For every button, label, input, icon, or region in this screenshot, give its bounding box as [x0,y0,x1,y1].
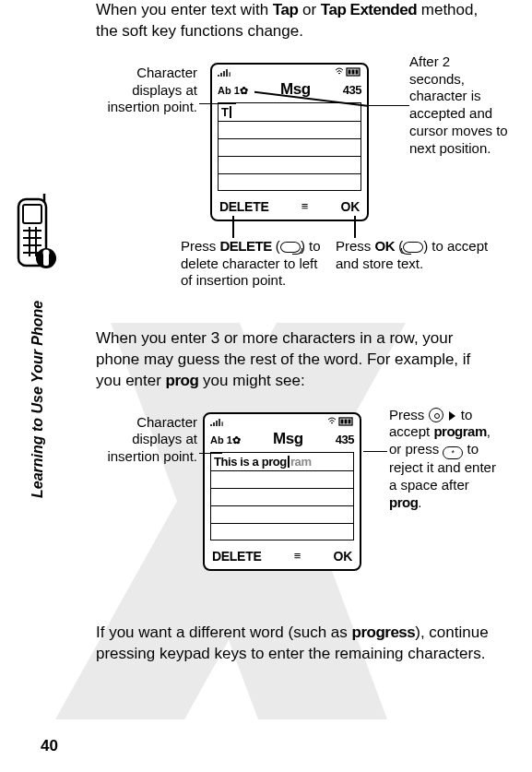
svg-rect-17 [349,69,351,74]
text: When you enter text with [96,1,273,18]
side-label: Learning to Use Your Phone [30,301,46,498]
entered-text: This is a program [214,455,312,469]
svg-rect-22 [341,419,344,423]
svg-text:i: i [229,70,231,77]
status-bar: i [212,65,367,78]
svg-text:i: i [221,420,223,427]
callout-insertion-point: Character displays at insertion point. [87,65,197,116]
status-icons [326,417,354,428]
text-area: T [218,102,361,191]
right-arrow-icon [449,411,455,421]
callout-cursor-moves: After 2 seconds, character is accepted a… [409,53,509,158]
softkey-bar: DELETE ≡ OK [205,546,360,569]
svg-rect-23 [345,419,348,423]
leader-line [363,451,387,453]
callout-delete: Press DELETE () to delete character to l… [181,238,328,290]
leader-line [199,453,222,455]
status-icons [334,67,361,78]
callout-insertion-point: Character displays at insertion point. [87,414,197,466]
paragraph-1: When you enter text with Tap or Tap Exte… [96,0,493,42]
phone-screen-1: i Ab 1✿ Msg 435 T DELETE ≡ OK [210,63,369,221]
line [211,488,353,489]
paragraph-3: If you want a different word (such as pr… [96,623,493,665]
input-mode: Ab 1✿ [218,85,248,97]
line [211,523,353,524]
char-count: 435 [343,83,361,97]
menu-icon: ≡ [294,549,301,563]
leader-line [232,216,234,238]
callout-accept-reject: Press to accept program, or press * to r… [389,407,500,512]
screen-title-bar: Ab 1✿ Msg 435 [205,428,360,450]
svg-rect-19 [356,69,359,74]
star-key-icon: * [443,446,463,459]
right-softkey-icon [403,242,423,253]
line [219,173,361,174]
softkey-bar: DELETE ≡ OK [212,196,367,220]
text: you might see: [198,372,304,389]
softkey-right: OK [334,549,352,564]
left-softkey-icon [280,242,301,253]
softkey-left: DELETE [219,199,268,214]
entered-text: T [221,105,232,119]
softkey-left: DELETE [212,549,261,564]
text-area: This is a program [210,452,354,540]
softkey-right: OK [341,199,360,214]
text: or [298,1,321,18]
page-content: When you enter text with Tap or Tap Exte… [0,0,532,676]
cursor [230,106,231,118]
phone-screen-2: i Ab 1✿ Msg 435 This is a program DELETE… [203,412,361,571]
callout-ok: Press OK () to accept and store text. [336,238,492,273]
progress-word: progress [352,624,416,641]
cursor [288,456,290,468]
signal-icon: i [210,417,227,427]
svg-point-14 [43,250,50,256]
leader-line [199,103,236,105]
leader-line [367,105,409,107]
screen-title: Msg [273,430,303,448]
figure-2: Character displays at insertion point. P… [96,403,492,606]
line [219,156,361,157]
text: If you want a different word (such as [96,624,352,641]
suggested-text: ram [290,455,312,469]
status-bar: i [205,414,360,428]
method-tap-extended: Tap Extended [321,1,417,18]
input-mode: Ab 1✿ [210,434,241,446]
page-number: 40 [41,737,58,755]
phone-icon [13,194,57,277]
menu-icon: ≡ [301,199,308,213]
paragraph-2: When you enter 3 or more characters in a… [96,328,493,392]
line [219,138,361,139]
prog-word: prog [166,372,199,389]
line [211,470,353,471]
svg-rect-24 [349,419,351,423]
char-count: 435 [336,433,354,446]
signal-icon: i [218,67,234,77]
nav-key-icon [429,408,443,422]
svg-rect-18 [352,69,355,74]
svg-rect-4 [23,205,41,223]
line [211,505,353,506]
screen-title-bar: Ab 1✿ Msg 435 [212,78,367,101]
leader-line [354,216,356,238]
figure-1: Character displays at insertion point. A… [96,53,492,312]
line [219,121,361,122]
method-tap: Tap [273,1,298,18]
